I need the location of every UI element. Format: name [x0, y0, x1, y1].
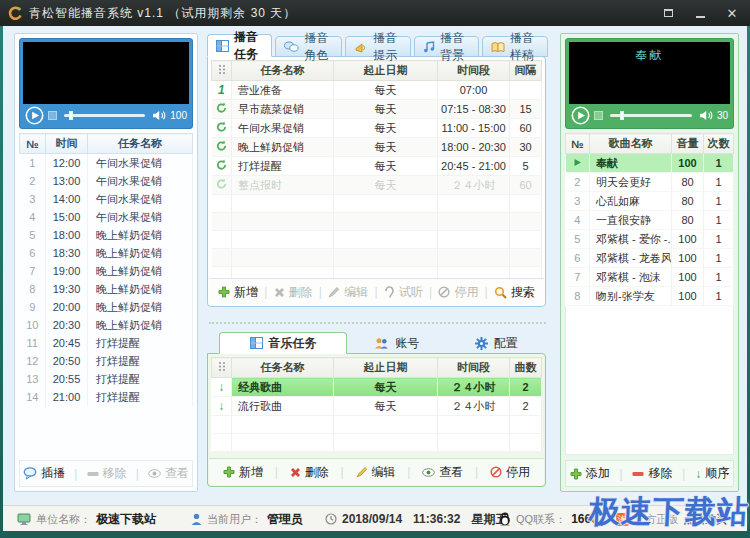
table-cell: 7 [20, 262, 46, 280]
restore-button[interactable] [660, 5, 676, 21]
grip-header [212, 61, 232, 81]
music-progress-slider[interactable] [610, 114, 692, 117]
toolbar-separator: | [620, 467, 623, 481]
speaker-icon[interactable] [699, 110, 713, 121]
table-cell: ↓ [212, 378, 232, 397]
ban-icon [438, 286, 450, 298]
song-row[interactable]: 6邓紫棋 - 龙卷风1001 [566, 249, 734, 268]
schedule-row[interactable]: 1421:00打烊提醒 [20, 388, 193, 406]
add-music-task-button[interactable]: 新增 [223, 464, 263, 481]
schedule-row[interactable]: 415:00午间水果促销 [20, 208, 193, 226]
table-cell: 20:00 [46, 298, 88, 316]
table-cell: 吻别-张学友 [590, 287, 672, 306]
schedule-row[interactable]: 920:00晚上鲜奶促销 [20, 298, 193, 316]
schedule-row[interactable]: 819:30晚上鲜奶促销 [20, 280, 193, 298]
disable-music-task-button[interactable]: 停用 [490, 464, 530, 481]
repeat-icon [216, 102, 227, 113]
stop-icon[interactable] [594, 111, 603, 120]
view-schedule-button[interactable]: 查看 [148, 465, 189, 482]
remove-schedule-button[interactable]: 移除 [87, 465, 127, 482]
remove-song-button[interactable]: 移除 [632, 465, 672, 482]
minimize-button[interactable] [692, 5, 708, 21]
slider-knob[interactable] [620, 111, 624, 120]
table-cell: 4 [566, 211, 590, 230]
column-header: 任务名称 [88, 134, 193, 154]
schedule-row[interactable]: 1020:30晚上鲜奶促销 [20, 316, 193, 334]
empty-row [212, 231, 542, 249]
listen-task-button[interactable]: 试听 [384, 284, 423, 301]
stop-icon[interactable] [48, 111, 57, 120]
song-row[interactable]: 3心乱如麻801 [566, 192, 734, 211]
tab-broadcast-tasks[interactable]: 播音任务 [207, 34, 272, 57]
tab-accounts[interactable]: 账号 [347, 332, 447, 354]
schedule-row[interactable]: 314:00午间水果促销 [20, 190, 193, 208]
order-song-button[interactable]: ↓顺序 [695, 465, 729, 482]
schedule-table: №时间任务名称 112:00午间水果促销213:00午间水果促销314:00午间… [19, 133, 193, 406]
ear-icon [384, 286, 395, 299]
schedule-row[interactable]: 213:00午间水果促销 [20, 172, 193, 190]
table-cell: 80 [672, 192, 704, 211]
tab-broadcast-background[interactable]: 播音背景 [414, 36, 479, 57]
table-cell: 15:00 [46, 208, 88, 226]
insert-broadcast-button[interactable]: 插播 [23, 465, 65, 482]
users-icon [374, 337, 389, 349]
schedule-row[interactable]: 1120:45打烊提醒 [20, 334, 193, 352]
schedule-row[interactable]: 518:00晚上鲜奶促销 [20, 226, 193, 244]
table-cell: 8 [20, 280, 46, 298]
play-icon[interactable] [25, 106, 44, 125]
song-row[interactable]: 2明天会更好801 [566, 173, 734, 192]
add-song-button[interactable]: 添加 [570, 465, 610, 482]
song-row[interactable]: 8吻别-张学友1001 [566, 287, 734, 306]
broadcast-progress-slider[interactable] [64, 114, 145, 117]
tab-broadcast-prompts[interactable]: 播音提示 [345, 36, 411, 57]
clock-icon [325, 513, 337, 525]
close-button[interactable]: ✕ [724, 5, 740, 21]
column-header: 曲数 [510, 358, 542, 378]
task-row[interactable]: 午间水果促销每天11:00 - 15:0060 [212, 119, 542, 138]
schedule-row[interactable]: 112:00午间水果促销 [20, 154, 193, 173]
song-row[interactable]: 5邓紫棋 - 爱你 -...1001 [566, 230, 734, 249]
tab-settings[interactable]: 配置 [447, 332, 547, 354]
edit-task-button[interactable]: 编辑 [328, 284, 368, 301]
song-row[interactable]: 7邓紫棋 - 泡沫1001 [566, 268, 734, 287]
add-task-button[interactable]: 新增 [218, 284, 258, 301]
arrow-down-icon: ↓ [218, 381, 224, 393]
empty-row [212, 416, 542, 434]
task-row[interactable]: 整点报时每天２４小时60 [212, 176, 542, 195]
delete-task-button[interactable]: 删除 [274, 284, 313, 301]
music-row[interactable]: ↓经典歌曲每天２４小时2 [212, 378, 542, 397]
schedule-row[interactable]: 719:00晚上鲜奶促销 [20, 262, 193, 280]
slider-knob[interactable] [69, 111, 73, 120]
toolbar-separator: | [682, 467, 685, 481]
task-row[interactable]: 1营业准备每天07:00 [212, 81, 542, 100]
task-row[interactable]: 晚上鲜奶促销每天18:00 - 20:3030 [212, 138, 542, 157]
play-icon[interactable] [571, 106, 590, 125]
disable-task-button[interactable]: 停用 [438, 284, 478, 301]
table-cell: 午间水果促销 [88, 154, 193, 173]
status-unit: 单位名称： 极速下载站 [17, 506, 156, 532]
qq-label: QQ联系： [516, 512, 566, 527]
view-music-task-button[interactable]: 查看 [422, 464, 463, 481]
search-task-button[interactable]: 搜索 [494, 284, 535, 301]
tab-broadcast-roles[interactable]: 播音角色 [275, 36, 342, 57]
table-cell: 流行歌曲 [232, 397, 334, 416]
speaker-icon[interactable] [152, 110, 166, 121]
table-cell [212, 213, 232, 231]
edit-music-task-button[interactable]: 编辑 [356, 464, 396, 481]
delete-music-task-button[interactable]: 删除 [290, 464, 329, 481]
task-row[interactable]: 打烊提醒每天20:45 - 21:005 [212, 157, 542, 176]
app-logo-icon [8, 6, 22, 20]
toolbar-separator: | [485, 285, 488, 299]
schedule-row[interactable]: 1220:50打烊提醒 [20, 352, 193, 370]
table-cell [334, 195, 438, 213]
task-row[interactable]: 早市蔬菜促销每天07:15 - 08:3015 [212, 100, 542, 119]
schedule-row[interactable]: 1320:55打烊提醒 [20, 370, 193, 388]
table-cell: 13:00 [46, 172, 88, 190]
schedule-row[interactable]: 618:30晚上鲜奶促销 [20, 244, 193, 262]
tab-broadcast-samples[interactable]: 播音样稿 [482, 36, 548, 57]
song-row[interactable]: 奉献1001 [566, 154, 734, 173]
music-row[interactable]: ↓流行歌曲每天２４小时2 [212, 397, 542, 416]
tool-label: 添加 [586, 465, 610, 482]
tab-music-tasks[interactable]: 音乐任务 [219, 332, 347, 354]
song-row[interactable]: 4一直很安静801 [566, 211, 734, 230]
